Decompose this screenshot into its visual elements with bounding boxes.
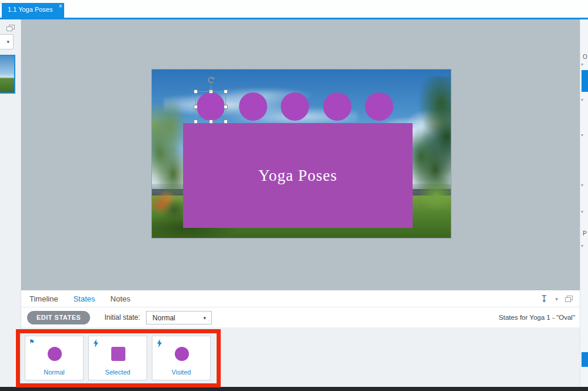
chevron-down-icon[interactable]: ▾: [581, 97, 583, 102]
lightning-icon: [93, 339, 99, 347]
slides-sidebar: ▾: [0, 19, 21, 387]
chevron-down-icon: ▾: [6, 39, 9, 45]
slide-thumbnail[interactable]: [0, 55, 15, 94]
resize-handle-w[interactable]: [194, 105, 198, 109]
state-shape-circle: [175, 347, 189, 361]
rotate-handle-icon[interactable]: [207, 75, 216, 85]
title-rectangle-shape[interactable]: Yoga Poses: [183, 123, 413, 228]
state-card-visited[interactable]: Visited: [152, 336, 211, 380]
right-panel-selected-row[interactable]: [582, 352, 588, 367]
oval-shape-2[interactable]: [239, 92, 267, 121]
chevron-down-icon[interactable]: ▾: [581, 183, 583, 188]
state-shape-circle: [48, 347, 62, 361]
resize-handle-e[interactable]: [224, 105, 228, 109]
state-card-label: Normal: [25, 369, 83, 376]
initial-state-value: Normal: [152, 314, 175, 322]
initial-state-label: Initial state:: [104, 313, 140, 322]
photo-bush-right: [411, 174, 451, 213]
float-window-icon[interactable]: [565, 296, 573, 302]
oval-shape-5[interactable]: [365, 92, 393, 121]
tab-notes[interactable]: Notes: [111, 294, 131, 303]
bottom-tabs: Timeline States Notes ▾: [21, 290, 580, 307]
resize-handle-sw[interactable]: [194, 120, 198, 124]
slide-stage[interactable]: Yoga Poses: [152, 69, 451, 238]
rotation-connector: [211, 85, 211, 92]
resize-handle-se[interactable]: [224, 120, 228, 124]
dock-panel-icon[interactable]: [540, 294, 548, 303]
initial-state-select[interactable]: Normal ▾: [146, 311, 212, 324]
flag-icon: ⚑: [29, 338, 35, 346]
tab-bar: 1.1 Yoga Poses ×: [0, 0, 588, 18]
chevron-down-icon[interactable]: ▾: [555, 296, 558, 302]
resize-handle-s[interactable]: [209, 120, 213, 124]
right-panel-selected-row[interactable]: [582, 70, 588, 92]
lightning-icon: [157, 339, 162, 347]
slide-thumbnail-image: [0, 56, 14, 92]
oval-shape-4[interactable]: [323, 92, 351, 121]
resize-handle-ne[interactable]: [224, 90, 228, 94]
close-icon[interactable]: ×: [59, 4, 62, 9]
editing-canvas[interactable]: Yoga Poses: [21, 19, 580, 290]
state-shape-square: [111, 347, 125, 361]
slide-title-text: Yoga Poses: [258, 167, 337, 185]
state-card-normal[interactable]: ⚑ Normal: [25, 336, 84, 380]
chevron-down-icon[interactable]: ▾: [581, 62, 583, 67]
resize-handle-nw[interactable]: [194, 90, 198, 94]
chevron-down-icon[interactable]: ▾: [581, 243, 583, 248]
chevron-down-icon: ▾: [204, 315, 207, 321]
state-card-label: Selected: [89, 369, 147, 376]
states-toolbar: EDIT STATES Initial state: Normal ▾: [21, 307, 580, 328]
selection-bounding-box[interactable]: [195, 91, 226, 122]
window-bottom-edge: [0, 387, 588, 391]
sidebar-dropdown-button[interactable]: ▾: [0, 34, 14, 49]
collapse-panel-icon[interactable]: [6, 25, 15, 32]
state-card-label: Visited: [152, 369, 210, 376]
slide-tab[interactable]: 1.1 Yoga Poses ×: [2, 3, 64, 18]
oval-shape-3[interactable]: [281, 92, 309, 121]
right-panel-clipped: O ▾ ▾ ▾ ▾ ▾ P ▾: [580, 19, 588, 387]
states-context-label: States for Yoga 1 - "Oval": [499, 314, 575, 321]
right-panel-letter: P: [583, 230, 587, 237]
photo-bushes-left: [152, 188, 187, 225]
state-card-selected[interactable]: Selected: [88, 336, 147, 380]
chevron-down-icon[interactable]: ▾: [581, 209, 583, 214]
tab-states[interactable]: States: [74, 294, 95, 303]
chevron-down-icon[interactable]: ▾: [581, 132, 583, 138]
right-panel-letter: O: [583, 54, 587, 60]
slide-tab-label: 1.1 Yoga Poses: [8, 6, 52, 13]
tab-timeline[interactable]: Timeline: [29, 294, 58, 303]
edit-states-button[interactable]: EDIT STATES: [27, 311, 90, 324]
